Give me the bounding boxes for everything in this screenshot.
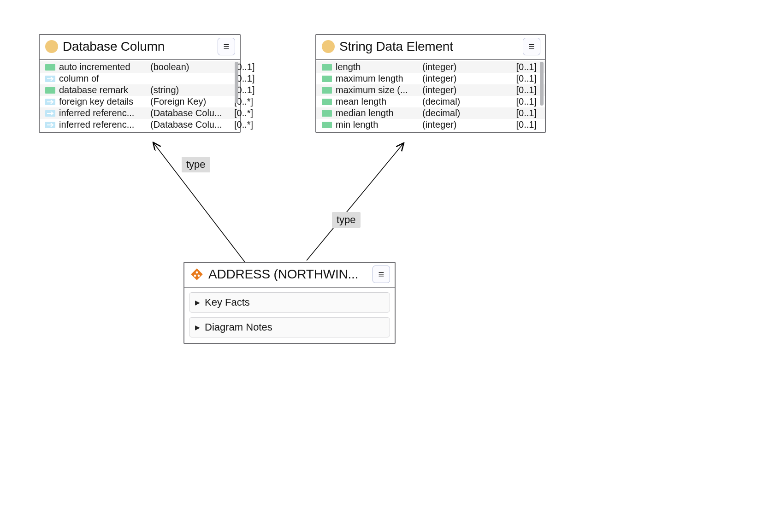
scrollbar-thumb[interactable] bbox=[235, 62, 238, 103]
entity-menu-button[interactable]: ≡ bbox=[218, 38, 235, 55]
entity-menu-button[interactable]: ≡ bbox=[523, 38, 540, 55]
attribute-type: (decimal) bbox=[422, 96, 472, 107]
section-diagram-notes[interactable]: ▶ Diagram Notes bbox=[189, 317, 390, 337]
edge-label-left: type bbox=[182, 157, 210, 172]
attribute-cardinality: [0..1] bbox=[515, 85, 537, 95]
entity-title: String Data Element bbox=[339, 39, 518, 54]
attribute-cardinality: [0..1] bbox=[515, 62, 537, 72]
attribute-kind-icon bbox=[45, 64, 55, 71]
relation-arrow-icon bbox=[45, 76, 55, 82]
svg-rect-6 bbox=[191, 268, 202, 280]
svg-point-8 bbox=[194, 275, 196, 277]
entity-title: Database Column bbox=[63, 39, 213, 54]
relation-arrow-icon bbox=[45, 110, 55, 117]
attribute-type: (integer) bbox=[422, 85, 472, 95]
chevron-right-icon: ▶ bbox=[195, 324, 200, 331]
entity-header: Database Column ≡ bbox=[40, 35, 240, 60]
attribute-kind-icon bbox=[45, 87, 55, 94]
instance-body: ▶ Key Facts ▶ Diagram Notes bbox=[184, 288, 395, 343]
attribute-type: (Foreign Key) bbox=[150, 96, 229, 107]
attribute-type: (decimal) bbox=[422, 108, 472, 118]
svg-point-7 bbox=[196, 272, 198, 274]
attribute-row[interactable]: median length (decimal) [0..1] bbox=[316, 107, 545, 119]
entity-title: ADDRESS (NORTHWIN... bbox=[208, 267, 368, 282]
attribute-row[interactable]: min length (integer) [0..1] bbox=[316, 119, 545, 130]
attribute-name: length bbox=[336, 62, 419, 72]
attribute-list: length (integer) [0..1] maximum length (… bbox=[316, 60, 545, 132]
attribute-name: inferred referenc... bbox=[59, 119, 147, 130]
attribute-cardinality: [0..1] bbox=[515, 73, 537, 84]
attribute-kind-icon bbox=[322, 99, 332, 105]
chevron-right-icon: ▶ bbox=[195, 299, 200, 306]
attribute-cardinality: [0..1] bbox=[515, 119, 537, 130]
entity-menu-button[interactable]: ≡ bbox=[373, 266, 390, 283]
attribute-kind-icon bbox=[322, 76, 332, 82]
attribute-name: median length bbox=[336, 108, 419, 118]
attribute-type: (boolean) bbox=[150, 62, 229, 72]
relation-arrow-icon bbox=[45, 122, 55, 128]
attribute-type: (Database Colu... bbox=[150, 108, 229, 118]
attribute-row[interactable]: maximum length (integer) [0..1] bbox=[316, 73, 545, 84]
attribute-row[interactable]: auto incremented (boolean) [0..1] bbox=[40, 61, 240, 73]
attribute-name: inferred referenc... bbox=[59, 108, 147, 118]
scrollbar-thumb[interactable] bbox=[540, 62, 544, 106]
entity-string-data-element[interactable]: String Data Element ≡ length (integer) [… bbox=[315, 34, 546, 133]
attribute-row[interactable]: length (integer) [0..1] bbox=[316, 61, 545, 73]
entity-database-column[interactable]: Database Column ≡ auto incremented (bool… bbox=[39, 34, 241, 133]
attribute-type: (integer) bbox=[422, 73, 472, 84]
attribute-row[interactable]: maximum size (... (integer) [0..1] bbox=[316, 84, 545, 96]
attribute-type: (string) bbox=[150, 85, 229, 95]
attribute-row[interactable]: database remark (string) [0..1] bbox=[40, 84, 240, 96]
diagram-canvas: Database Column ≡ auto incremented (bool… bbox=[0, 0, 769, 532]
attribute-row[interactable]: foreign key details (Foreign Key) [0..*] bbox=[40, 96, 240, 107]
attribute-name: mean length bbox=[336, 96, 419, 107]
attribute-cardinality: [0..*] bbox=[232, 108, 253, 118]
attribute-list: auto incremented (boolean) [0..1] column… bbox=[40, 60, 240, 132]
attribute-kind-icon bbox=[322, 64, 332, 71]
attribute-cardinality: [0..1] bbox=[515, 96, 537, 107]
attribute-row[interactable]: mean length (decimal) [0..1] bbox=[316, 96, 545, 107]
instance-diamond-icon bbox=[190, 267, 204, 281]
attribute-name: maximum size (... bbox=[336, 85, 419, 95]
attribute-row[interactable]: inferred referenc... (Database Colu... [… bbox=[40, 107, 240, 119]
entity-header: String Data Element ≡ bbox=[316, 35, 545, 60]
type-circle-icon bbox=[45, 40, 58, 53]
section-key-facts[interactable]: ▶ Key Facts bbox=[189, 292, 390, 313]
attribute-type: (Database Colu... bbox=[150, 119, 229, 130]
entity-address-instance[interactable]: ADDRESS (NORTHWIN... ≡ ▶ Key Facts ▶ Dia… bbox=[183, 262, 396, 344]
attribute-type: (integer) bbox=[422, 119, 472, 130]
attribute-type: (integer) bbox=[422, 62, 472, 72]
type-circle-icon bbox=[322, 40, 335, 53]
attribute-name: database remark bbox=[59, 85, 147, 95]
attribute-row[interactable]: column of [0..1] bbox=[40, 73, 240, 84]
svg-point-9 bbox=[198, 275, 200, 277]
attribute-kind-icon bbox=[322, 122, 332, 128]
attribute-kind-icon bbox=[322, 87, 332, 94]
svg-line-1 bbox=[307, 143, 403, 260]
section-label: Diagram Notes bbox=[205, 321, 272, 333]
attribute-name: auto incremented bbox=[59, 62, 147, 72]
attribute-name: foreign key details bbox=[59, 96, 147, 107]
edge-label-right: type bbox=[332, 212, 361, 228]
attribute-kind-icon bbox=[322, 110, 332, 117]
attribute-cardinality: [0..*] bbox=[232, 119, 253, 130]
entity-header: ADDRESS (NORTHWIN... ≡ bbox=[184, 263, 395, 288]
attribute-name: min length bbox=[336, 119, 419, 130]
section-label: Key Facts bbox=[205, 296, 250, 308]
attribute-name: maximum length bbox=[336, 73, 419, 84]
attribute-cardinality: [0..1] bbox=[515, 108, 537, 118]
relation-arrow-icon bbox=[45, 99, 55, 105]
attribute-row[interactable]: inferred referenc... (Database Colu... [… bbox=[40, 119, 240, 130]
attribute-name: column of bbox=[59, 73, 147, 84]
